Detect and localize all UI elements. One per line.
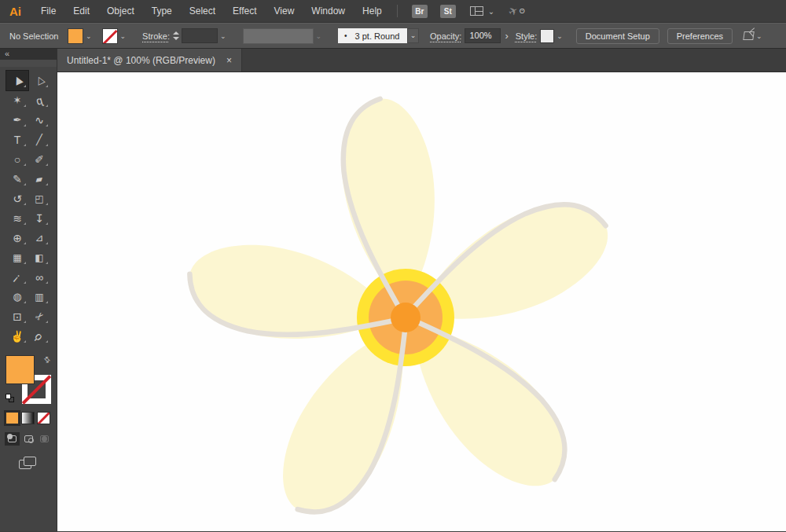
draw-behind-button[interactable] [21, 432, 36, 446]
document-tab-bar: Untitled-1* @ 100% (RGB/Preview) × [57, 49, 786, 72]
shape-builder-icon: ⊕ [13, 232, 22, 244]
hand-icon: ✌ [10, 330, 24, 343]
chevron-down-icon[interactable]: ⌄ [554, 31, 565, 41]
draw-normal-button[interactable] [5, 432, 20, 446]
fill-swatch[interactable] [6, 355, 35, 384]
artboard-canvas[interactable] [57, 72, 786, 531]
none-mode-button[interactable] [37, 412, 50, 424]
menu-item[interactable]: Select [181, 6, 224, 17]
preferences-button[interactable]: Preferences [667, 28, 733, 44]
eraser-tool[interactable]: ▰ [28, 169, 50, 189]
blend-tool[interactable]: ∞ [28, 267, 50, 287]
brush-definition-chevron[interactable]: ⌄ [407, 28, 419, 43]
menu-item[interactable]: File [32, 6, 64, 17]
scale-icon: ◰ [35, 193, 43, 204]
pencil-tool[interactable]: ✎ [6, 169, 28, 189]
selection-tool-icon: ▶ [10, 75, 24, 86]
stroke-color-swatch-none[interactable] [102, 28, 118, 44]
brush-definition-dropdown[interactable]: • 3 pt. Round [338, 28, 407, 43]
opacity-options-chevron[interactable]: › [501, 30, 512, 42]
selection-tool[interactable]: ▶ [6, 71, 28, 90]
zoom-tool[interactable]: ϙ [28, 326, 50, 346]
menu-item[interactable]: Window [303, 6, 354, 17]
chevron-down-icon[interactable]: ⌄ [118, 31, 129, 41]
menu-item[interactable]: View [266, 6, 303, 17]
hand-tool[interactable]: ✌ [6, 326, 28, 346]
curvature-tool[interactable]: ∿ [28, 110, 50, 130]
rotate-tool[interactable]: ↺ [6, 189, 28, 208]
width-tool[interactable]: ≋ [6, 208, 28, 228]
draw-inside-button[interactable] [37, 432, 52, 446]
pen-tool[interactable]: ✒ [6, 110, 28, 130]
eyedropper-tool[interactable]: ¡ [6, 267, 28, 287]
swap-fill-stroke-icon[interactable]: ⇆ [42, 354, 53, 365]
document-setup-button[interactable]: Document Setup [576, 28, 659, 44]
stroke-weight-stepper[interactable] [173, 31, 179, 40]
screen-mode-button[interactable] [19, 457, 38, 471]
color-mode-button[interactable] [6, 412, 19, 424]
flower-artwork[interactable] [57, 72, 785, 531]
pencil-icon: ✎ [13, 173, 22, 185]
paintbrush-tool[interactable]: ✐ [28, 149, 50, 169]
opacity-input[interactable]: 100% [465, 28, 501, 43]
ellipse-tool[interactable]: ○ [6, 149, 28, 169]
ellipse-icon: ○ [14, 153, 20, 166]
chevron-down-icon: ⌄ [314, 31, 325, 41]
type-tool[interactable]: T [6, 130, 28, 149]
style-swatch[interactable] [540, 29, 554, 43]
gradient-mode-button[interactable] [21, 412, 35, 424]
fill-stroke-cluster: ⇆ [6, 355, 51, 404]
color-mode-row [6, 412, 51, 424]
pen-icon: ✒ [13, 114, 22, 126]
scale-tool[interactable]: ◰ [28, 189, 50, 208]
magic-wand-tool[interactable]: ✶ [6, 90, 28, 110]
direct-selection-tool[interactable]: ▷ [28, 71, 50, 90]
type-icon: T [14, 134, 21, 146]
symbol-sprayer-tool[interactable]: ◍ [6, 287, 28, 306]
symbol-sprayer-icon: ◍ [13, 291, 21, 303]
line-segment-tool[interactable]: ╱ [28, 130, 50, 149]
slice-tool[interactable]: ✂ [28, 306, 50, 326]
collapse-icon: « [5, 49, 9, 58]
stroke-weight-input[interactable] [182, 28, 218, 43]
menu-bar: Ai FileEditObjectTypeSelectEffectViewWin… [0, 0, 786, 23]
menu-item[interactable]: Edit [64, 6, 98, 17]
style-label[interactable]: Style: [516, 31, 538, 41]
menu-item[interactable]: Help [354, 6, 391, 17]
menu-item[interactable]: Effect [224, 6, 265, 17]
opacity-label[interactable]: Opacity: [430, 31, 461, 41]
selection-status: No Selection [9, 31, 68, 41]
gpu-performance-icon[interactable]: ✈ ʘ [509, 5, 518, 17]
slice-icon: ✂ [32, 309, 46, 323]
chevron-down-icon[interactable]: ⌄ [218, 31, 229, 41]
chevron-down-icon[interactable]: ⌄ [485, 7, 498, 16]
mesh-tool[interactable]: ▦ [6, 248, 28, 267]
chevron-down-icon[interactable]: ⌄ [83, 31, 94, 41]
stroke-panel-button[interactable]: St [440, 5, 456, 18]
puppet-warp-tool[interactable]: ↧ [28, 208, 50, 228]
document-tab[interactable]: Untitled-1* @ 100% (RGB/Preview) × [57, 49, 242, 72]
tools-panel-collapse[interactable]: « [0, 49, 57, 60]
shape-builder-tool[interactable]: ⊕ [6, 228, 28, 248]
menu-item[interactable]: Type [143, 6, 181, 17]
default-fill-stroke-icon[interactable] [6, 394, 14, 402]
column-graph-tool[interactable]: ▥ [28, 287, 50, 306]
brush-panel-button[interactable]: Br [412, 5, 428, 18]
menu-item[interactable]: Object [98, 6, 143, 17]
stroke-weight-label[interactable]: Stroke: [142, 31, 170, 41]
perspective-grid-tool[interactable]: ⊿ [28, 228, 50, 248]
width-icon: ≋ [13, 212, 22, 225]
tab-close-icon[interactable]: × [226, 55, 232, 66]
artboard-tool[interactable]: ⊡ [6, 306, 28, 326]
align-options-icon[interactable] [743, 31, 755, 40]
fill-color-swatch[interactable] [68, 28, 83, 44]
gradient-tool[interactable]: ◧ [28, 248, 50, 267]
main-menu: FileEditObjectTypeSelectEffectViewWindow… [32, 6, 391, 17]
blend-icon: ∞ [35, 271, 43, 284]
control-bar: No Selection ⌄ ⌄ Stroke: ⌄ ⌄ • 3 pt. Rou… [0, 23, 786, 49]
tools-panel-grip[interactable] [0, 60, 57, 67]
brush-definition-value: 3 pt. Round [355, 31, 400, 41]
workspace-switcher-icon[interactable] [470, 6, 483, 16]
lasso-tool[interactable]: ɋ [28, 90, 50, 110]
width-profile-dropdown[interactable] [243, 28, 314, 44]
